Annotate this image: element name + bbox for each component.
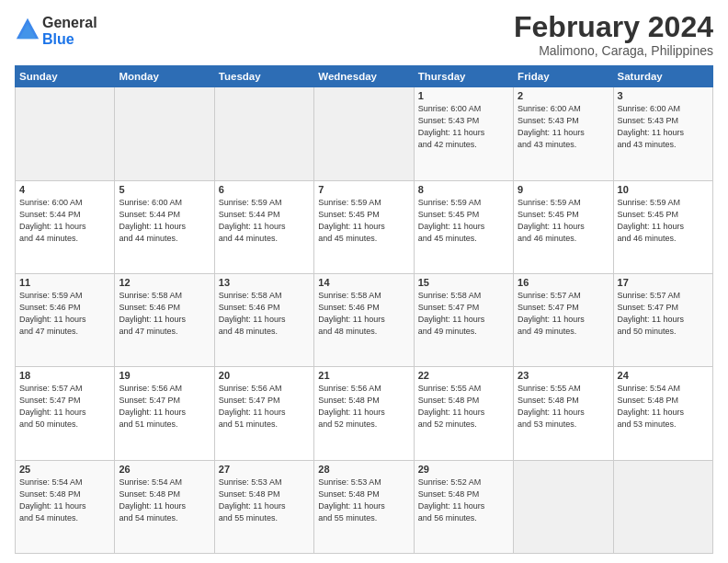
day-number: 24 — [618, 370, 709, 381]
day-info: Sunrise: 5:53 AM Sunset: 5:48 PM Dayligh… — [318, 477, 409, 524]
calendar-cell: 23Sunrise: 5:55 AM Sunset: 5:48 PM Dayli… — [514, 367, 613, 460]
calendar-cell: 27Sunrise: 5:53 AM Sunset: 5:48 PM Dayli… — [214, 460, 313, 553]
day-info: Sunrise: 5:56 AM Sunset: 5:47 PM Dayligh… — [219, 383, 310, 431]
logo-icon — [15, 17, 40, 42]
day-info: Sunrise: 5:52 AM Sunset: 5:48 PM Dayligh… — [418, 477, 509, 524]
calendar-cell: 6Sunrise: 5:59 AM Sunset: 5:44 PM Daylig… — [214, 180, 313, 273]
day-info: Sunrise: 5:58 AM Sunset: 5:46 PM Dayligh… — [219, 290, 310, 338]
day-info: Sunrise: 5:55 AM Sunset: 5:48 PM Dayligh… — [518, 383, 609, 431]
calendar-cell: 20Sunrise: 5:56 AM Sunset: 5:47 PM Dayli… — [214, 367, 313, 460]
day-info: Sunrise: 5:59 AM Sunset: 5:45 PM Dayligh… — [418, 197, 509, 245]
day-info: Sunrise: 5:57 AM Sunset: 5:47 PM Dayligh… — [518, 290, 609, 338]
day-number: 19 — [119, 370, 210, 381]
day-info: Sunrise: 5:53 AM Sunset: 5:48 PM Dayligh… — [219, 477, 310, 524]
calendar-cell: 13Sunrise: 5:58 AM Sunset: 5:46 PM Dayli… — [214, 273, 313, 366]
day-number: 18 — [19, 370, 110, 381]
day-info: Sunrise: 5:59 AM Sunset: 5:46 PM Dayligh… — [19, 290, 110, 338]
calendar-cell: 4Sunrise: 6:00 AM Sunset: 5:44 PM Daylig… — [16, 180, 115, 273]
header-cell: Thursday — [414, 66, 513, 87]
day-number: 3 — [618, 90, 709, 101]
day-number: 16 — [518, 277, 609, 288]
day-number: 17 — [618, 277, 709, 288]
day-info: Sunrise: 5:59 AM Sunset: 5:45 PM Dayligh… — [518, 197, 609, 245]
header-cell: Saturday — [613, 66, 712, 87]
calendar-cell: 1Sunrise: 6:00 AM Sunset: 5:43 PM Daylig… — [414, 87, 513, 180]
day-number: 21 — [318, 370, 409, 381]
day-number: 4 — [19, 184, 110, 195]
calendar-week-row: 25Sunrise: 5:54 AM Sunset: 5:48 PM Dayli… — [16, 460, 713, 553]
day-info: Sunrise: 5:57 AM Sunset: 5:47 PM Dayligh… — [19, 383, 110, 431]
header-row: SundayMondayTuesdayWednesdayThursdayFrid… — [16, 66, 713, 87]
calendar-cell: 19Sunrise: 5:56 AM Sunset: 5:47 PM Dayli… — [115, 367, 214, 460]
day-number: 23 — [518, 370, 609, 381]
calendar-week-row: 1Sunrise: 6:00 AM Sunset: 5:43 PM Daylig… — [16, 87, 713, 180]
title-section: February 2024 Malimono, Caraga, Philippi… — [514, 11, 713, 58]
logo-text: General Blue — [42, 15, 97, 47]
calendar-body: 1Sunrise: 6:00 AM Sunset: 5:43 PM Daylig… — [16, 87, 713, 554]
day-info: Sunrise: 5:58 AM Sunset: 5:47 PM Dayligh… — [418, 290, 509, 338]
day-number: 15 — [418, 277, 509, 288]
day-number: 11 — [19, 277, 110, 288]
day-number: 12 — [119, 277, 210, 288]
header-cell: Friday — [514, 66, 613, 87]
day-info: Sunrise: 5:56 AM Sunset: 5:48 PM Dayligh… — [318, 383, 409, 431]
day-info: Sunrise: 5:58 AM Sunset: 5:46 PM Dayligh… — [318, 290, 409, 338]
day-info: Sunrise: 5:57 AM Sunset: 5:47 PM Dayligh… — [618, 290, 709, 338]
day-number: 1 — [418, 90, 509, 101]
day-number: 7 — [318, 184, 409, 195]
calendar-cell: 26Sunrise: 5:54 AM Sunset: 5:48 PM Dayli… — [115, 460, 214, 553]
day-info: Sunrise: 5:59 AM Sunset: 5:44 PM Dayligh… — [219, 197, 310, 245]
day-number: 2 — [518, 90, 609, 101]
day-info: Sunrise: 6:00 AM Sunset: 5:43 PM Dayligh… — [518, 103, 609, 151]
day-number: 29 — [418, 464, 509, 475]
day-number: 28 — [318, 464, 409, 475]
calendar-cell — [214, 87, 313, 180]
calendar-cell — [16, 87, 115, 180]
day-info: Sunrise: 6:00 AM Sunset: 5:44 PM Dayligh… — [19, 197, 110, 245]
header: General Blue February 2024 Malimono, Car… — [15, 11, 713, 58]
header-cell: Tuesday — [214, 66, 313, 87]
day-number: 6 — [219, 184, 310, 195]
calendar-cell: 9Sunrise: 5:59 AM Sunset: 5:45 PM Daylig… — [514, 180, 613, 273]
day-number: 10 — [618, 184, 709, 195]
calendar-cell: 12Sunrise: 5:58 AM Sunset: 5:46 PM Dayli… — [115, 273, 214, 366]
calendar-cell: 8Sunrise: 5:59 AM Sunset: 5:45 PM Daylig… — [414, 180, 513, 273]
calendar-table: SundayMondayTuesdayWednesdayThursdayFrid… — [15, 65, 713, 554]
calendar-week-row: 18Sunrise: 5:57 AM Sunset: 5:47 PM Dayli… — [16, 367, 713, 460]
calendar-cell: 5Sunrise: 6:00 AM Sunset: 5:44 PM Daylig… — [115, 180, 214, 273]
calendar-week-row: 4Sunrise: 6:00 AM Sunset: 5:44 PM Daylig… — [16, 180, 713, 273]
day-info: Sunrise: 5:59 AM Sunset: 5:45 PM Dayligh… — [318, 197, 409, 245]
day-number: 13 — [219, 277, 310, 288]
calendar-cell: 28Sunrise: 5:53 AM Sunset: 5:48 PM Dayli… — [314, 460, 414, 553]
day-number: 25 — [19, 464, 110, 475]
header-cell: Wednesday — [314, 66, 414, 87]
subtitle: Malimono, Caraga, Philippines — [514, 43, 713, 58]
day-number: 8 — [418, 184, 509, 195]
calendar-cell — [613, 460, 712, 553]
calendar-cell: 10Sunrise: 5:59 AM Sunset: 5:45 PM Dayli… — [613, 180, 712, 273]
day-number: 5 — [119, 184, 210, 195]
day-number: 9 — [518, 184, 609, 195]
logo-general: General — [42, 15, 97, 31]
logo: General Blue — [15, 15, 97, 47]
calendar-cell: 16Sunrise: 5:57 AM Sunset: 5:47 PM Dayli… — [514, 273, 613, 366]
day-info: Sunrise: 5:55 AM Sunset: 5:48 PM Dayligh… — [418, 383, 509, 431]
day-number: 22 — [418, 370, 509, 381]
day-info: Sunrise: 5:54 AM Sunset: 5:48 PM Dayligh… — [19, 477, 110, 524]
day-number: 20 — [219, 370, 310, 381]
day-info: Sunrise: 6:00 AM Sunset: 5:43 PM Dayligh… — [618, 103, 709, 151]
calendar-cell: 22Sunrise: 5:55 AM Sunset: 5:48 PM Dayli… — [414, 367, 513, 460]
calendar-cell: 24Sunrise: 5:54 AM Sunset: 5:48 PM Dayli… — [613, 367, 712, 460]
day-number: 27 — [219, 464, 310, 475]
day-number: 14 — [318, 277, 409, 288]
calendar-week-row: 11Sunrise: 5:59 AM Sunset: 5:46 PM Dayli… — [16, 273, 713, 366]
page: General Blue February 2024 Malimono, Car… — [0, 0, 728, 563]
calendar-cell — [314, 87, 414, 180]
calendar-cell: 17Sunrise: 5:57 AM Sunset: 5:47 PM Dayli… — [613, 273, 712, 366]
calendar-header: SundayMondayTuesdayWednesdayThursdayFrid… — [16, 66, 713, 87]
day-info: Sunrise: 6:00 AM Sunset: 5:43 PM Dayligh… — [418, 103, 509, 151]
day-number: 26 — [119, 464, 210, 475]
calendar-cell — [115, 87, 214, 180]
header-cell: Monday — [115, 66, 214, 87]
calendar-cell: 3Sunrise: 6:00 AM Sunset: 5:43 PM Daylig… — [613, 87, 712, 180]
